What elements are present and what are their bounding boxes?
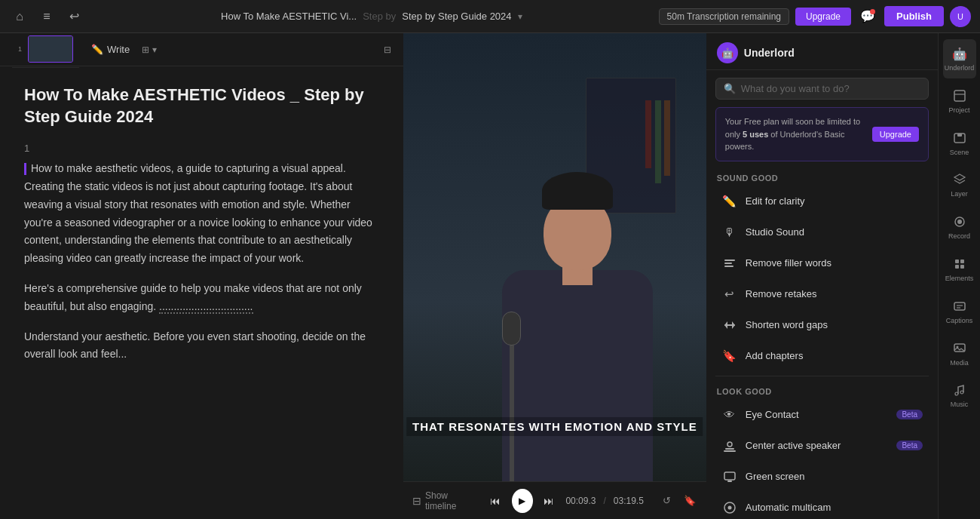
add-chapters-icon: 🔖 — [721, 348, 738, 364]
captions-nav-label: Captions — [946, 317, 973, 325]
studio-sound-icon: 🎙 — [721, 224, 738, 241]
underlord-panel: 🤖 Underlord 🔍 Your Free plan will soon b… — [706, 33, 938, 519]
shorten-word-gaps-item[interactable]: Shorten word gaps — [711, 310, 933, 340]
upgrade-button-notice[interactable]: Upgrade — [872, 127, 919, 142]
svg-rect-9 — [724, 472, 735, 480]
scene-view-icon: ⊟ — [384, 45, 391, 55]
home-button[interactable]: ⌂ — [9, 6, 30, 27]
script-paragraph-2: Here's a comprehensive guide to help you… — [24, 280, 379, 316]
video-controls: ⊟ Show timeline ⏮ ▶ ⏭ 00:09.3 / 03:19.5 … — [403, 481, 706, 519]
media-nav-icon — [951, 340, 968, 357]
svg-rect-22 — [960, 260, 964, 263]
center-active-speaker-badge: Beta — [896, 441, 923, 450]
studio-sound-item[interactable]: 🎙 Studio Sound — [711, 217, 933, 247]
undo-button[interactable]: ↩ — [63, 6, 84, 27]
remove-filler-words-item[interactable]: Remove filler words — [711, 248, 933, 278]
record-nav-icon — [951, 213, 968, 230]
automatic-multicam-icon — [721, 499, 738, 516]
eye-contact-badge: Beta — [896, 410, 923, 419]
svg-rect-10 — [727, 481, 732, 482]
thumbnail-1[interactable] — [28, 35, 73, 63]
loop-button[interactable]: ↺ — [659, 492, 674, 510]
menu-button[interactable]: ≡ — [36, 6, 57, 27]
remove-filler-words-icon — [721, 255, 738, 272]
breadcrumb-sep: Step by — [363, 11, 396, 22]
remove-retakes-item[interactable]: ↩ Remove retakes — [711, 279, 933, 309]
underlord-header: 🤖 Underlord — [706, 33, 938, 70]
sidebar-right-wrapper: 🤖 Underlord 🔍 Your Free plan will soon b… — [706, 33, 980, 519]
add-chapters-label: Add chapters — [746, 350, 804, 361]
script-paragraph-1: How to make aesthetic videos, a guide to… — [24, 160, 379, 268]
show-timeline-button[interactable]: ⊟ Show timeline — [412, 490, 471, 511]
write-icon: ✏️ — [91, 44, 103, 55]
captions-nav-icon — [951, 298, 968, 315]
sidebar-icons: 🤖 Underlord Project Scene Layer — [938, 33, 980, 519]
sidebar-item-project[interactable]: Project — [943, 81, 976, 121]
breadcrumb-dropdown[interactable]: ▾ — [518, 11, 522, 22]
edit-for-clarity-item[interactable]: ✏️ Edit for clarity — [711, 186, 933, 217]
search-bar[interactable]: 🔍 — [715, 78, 929, 100]
automatic-multicam-item[interactable]: Automatic multicam — [711, 493, 933, 520]
elements-nav-icon — [951, 256, 968, 272]
sidebar-item-record[interactable]: Record — [943, 207, 976, 247]
section-num: 1 — [24, 143, 379, 154]
green-screen-item[interactable]: Green screen — [711, 462, 933, 492]
topbar-left: ⌂ ≡ ↩ — [9, 6, 84, 27]
upgrade-button-top[interactable]: Upgrade — [795, 8, 851, 26]
skip-back-button[interactable]: ⏮ — [486, 490, 504, 511]
search-input[interactable] — [741, 83, 920, 94]
video-frame: THAT RESONATES WITH EMOTION AND STYLE — [403, 33, 706, 481]
search-icon: 🔍 — [724, 83, 736, 94]
cursor-indicator — [24, 163, 26, 175]
layer-nav-label: Layer — [951, 190, 968, 198]
file-title: How To Make AESTHETIC Vi... — [221, 11, 357, 22]
scene-nav-icon — [951, 130, 968, 146]
svg-rect-24 — [960, 265, 964, 269]
svg-rect-8 — [724, 450, 736, 452]
sidebar-item-captions[interactable]: Captions — [943, 292, 976, 331]
svg-point-20 — [957, 220, 962, 224]
scene-view-button[interactable]: ⊟ — [384, 45, 391, 55]
skip-forward-button[interactable]: ⏭ — [541, 490, 559, 511]
bookmark-button[interactable]: 🔖 — [681, 492, 697, 510]
sidebar-item-layer[interactable]: Layer — [943, 165, 976, 204]
doc-title: How To Make AESTHETIC Videos _ Step by S… — [24, 84, 379, 127]
editor-toolbar: 1 ✏️ Write ⊞ ▾ ⊟ — [0, 33, 403, 66]
main-layout: 1 ✏️ Write ⊞ ▾ ⊟ How To Make AESTHETIC V… — [0, 33, 980, 519]
write-button[interactable]: ✏️ Write — [85, 41, 136, 58]
topbar-right: 50m Transcription remaining Upgrade 💬 Pu… — [659, 6, 971, 27]
notification-dot — [870, 9, 875, 14]
sidebar-item-elements[interactable]: Elements — [943, 250, 976, 289]
sidebar-item-media[interactable]: Media — [943, 334, 976, 373]
remove-filler-words-label: Remove filler words — [746, 257, 831, 269]
sidebar-item-music[interactable]: Music — [943, 376, 976, 415]
sidebar-item-scene[interactable]: Scene — [943, 124, 976, 163]
svg-point-31 — [960, 391, 963, 394]
center-active-speaker-item[interactable]: Center active speaker Beta — [711, 431, 933, 461]
green-screen-label: Green screen — [746, 471, 805, 482]
comment-button[interactable]: 💬 — [857, 6, 878, 27]
shorten-word-gaps-icon — [721, 317, 738, 333]
center-active-speaker-icon — [721, 438, 738, 454]
video-area: THAT RESONATES WITH EMOTION AND STYLE — [403, 33, 706, 481]
script-paragraph-3: Understand your aesthetic. Before you ev… — [24, 328, 379, 364]
svg-point-6 — [727, 442, 732, 447]
remove-retakes-label: Remove retakes — [746, 288, 817, 299]
svg-rect-21 — [955, 260, 959, 263]
svg-marker-5 — [732, 321, 735, 329]
play-button[interactable]: ▶ — [512, 489, 532, 513]
layout-button[interactable]: ⊞ ▾ — [142, 45, 157, 55]
automatic-multicam-label: Automatic multicam — [746, 502, 831, 513]
music-nav-icon — [951, 382, 968, 398]
upgrade-notice: Your Free plan will soon be limited to o… — [715, 107, 929, 161]
sidebar-item-underlord[interactable]: 🤖 Underlord — [943, 39, 976, 78]
svg-rect-23 — [955, 265, 959, 269]
eye-contact-item[interactable]: 👁 Eye Contact Beta — [711, 400, 933, 430]
music-nav-label: Music — [951, 401, 969, 409]
transcription-badge: 50m Transcription remaining — [659, 8, 789, 25]
add-chapters-item[interactable]: 🔖 Add chapters — [711, 341, 933, 371]
avatar[interactable]: U — [950, 6, 971, 27]
thumbnail-strip: 1 — [12, 33, 79, 68]
svg-rect-25 — [954, 302, 965, 310]
publish-button[interactable]: Publish — [884, 6, 944, 26]
